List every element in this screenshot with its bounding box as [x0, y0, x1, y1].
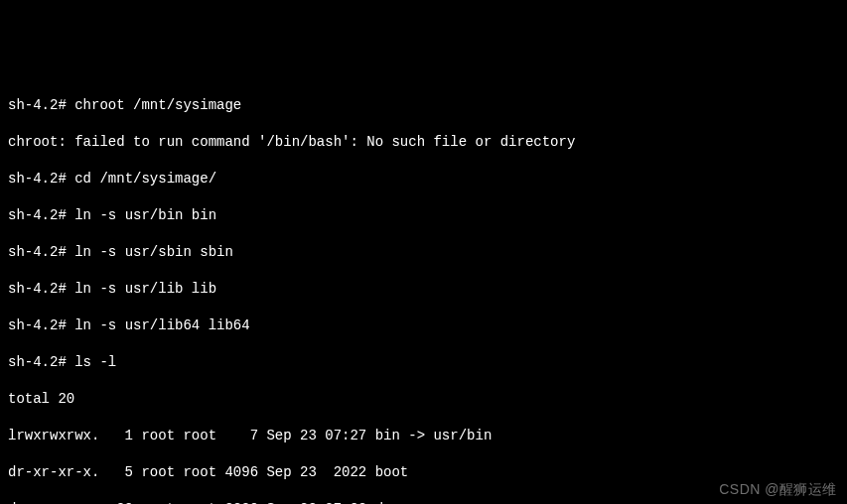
prompt: sh-4.2#	[8, 354, 74, 370]
ls-total: total 20	[8, 390, 839, 409]
cmd-ln-lib64: ln -s usr/lib64 lib64	[74, 317, 249, 333]
cmd-line-ln-sbin: sh-4.2# ln -s usr/sbin sbin	[8, 243, 839, 262]
ls-row: lrwxrwxrwx. 1 root root 7 Sep 23 07:27 b…	[8, 427, 839, 445]
ls-row: drwxr-xr-x. 20 root root 3300 Sep 23 07:…	[8, 500, 839, 505]
prompt: sh-4.2#	[8, 207, 74, 223]
cmd-line-cd: sh-4.2# cd /mnt/sysimage/	[8, 170, 839, 189]
chroot-error: chroot: failed to run command '/bin/bash…	[8, 133, 839, 152]
cmd-chroot: chroot /mnt/sysimage	[74, 97, 241, 113]
cmd-ln-lib: ln -s usr/lib lib	[74, 281, 216, 297]
watermark: CSDN @醒狮运维	[719, 480, 837, 499]
prompt: sh-4.2#	[8, 281, 74, 297]
cmd-ln-bin: ln -s usr/bin bin	[74, 207, 216, 223]
ls-row: dr-xr-xr-x. 5 root root 4096 Sep 23 2022…	[8, 463, 839, 482]
cmd-line-ln-lib64: sh-4.2# ln -s usr/lib64 lib64	[8, 316, 839, 335]
terminal-output: sh-4.2# chroot /mnt/sysimage chroot: fai…	[8, 77, 839, 504]
cmd-line-ls: sh-4.2# ls -l	[8, 353, 839, 372]
cmd-line-ln-lib: sh-4.2# ln -s usr/lib lib	[8, 280, 839, 299]
cmd-ln-sbin: ln -s usr/sbin sbin	[74, 244, 233, 260]
cmd-ls: ls -l	[74, 354, 116, 370]
prompt: sh-4.2#	[8, 244, 74, 260]
prompt: sh-4.2#	[8, 317, 74, 333]
cmd-line-chroot: sh-4.2# chroot /mnt/sysimage	[8, 96, 839, 115]
prompt: sh-4.2#	[8, 97, 74, 113]
prompt: sh-4.2#	[8, 171, 74, 187]
cmd-line-ln-bin: sh-4.2# ln -s usr/bin bin	[8, 206, 839, 225]
cmd-cd: cd /mnt/sysimage/	[74, 171, 216, 187]
